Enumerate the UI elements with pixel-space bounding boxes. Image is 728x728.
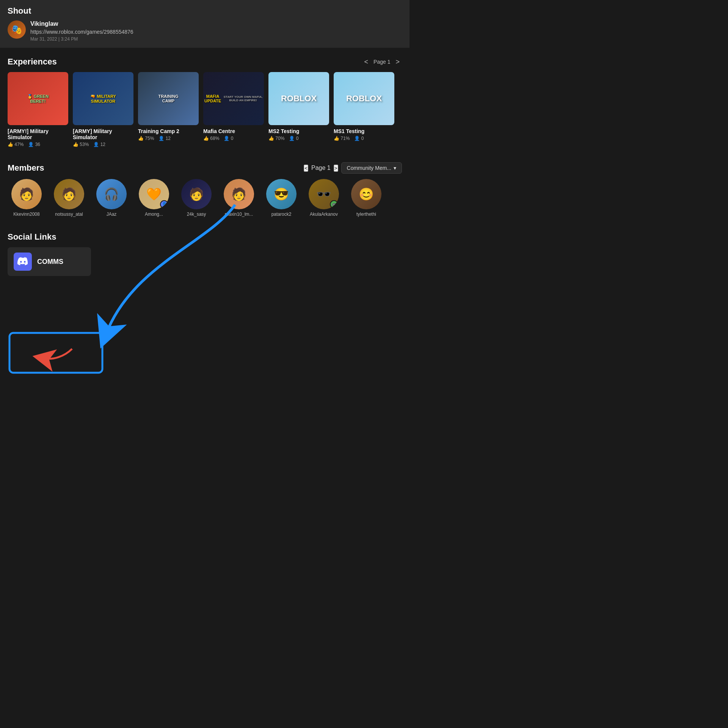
member-avatar-5: 🧑	[224, 179, 254, 209]
dropdown-label: Community Mem...	[347, 165, 391, 171]
game-thumb-img-4: ROBLOX	[268, 72, 329, 125]
games-grid: 🥇 GREENBERET! [ARMY!] Military Simulator…	[8, 72, 402, 147]
experiences-section: Experiences < Page 1 > 🥇 GREENBERET! [AR…	[0, 51, 410, 153]
member-card-3[interactable]: 🧡 👤 Among...	[135, 179, 173, 217]
members-controls: < Page 1 > Community Mem... ▾	[304, 162, 402, 174]
social-links-section: Social Links COMMS	[0, 226, 410, 282]
game-thumb-img-2: TRAININGCAMP	[138, 72, 199, 125]
member-name-2: JAaz	[107, 212, 117, 217]
member-avatar-0: 🧑	[11, 179, 42, 209]
experiences-title: Experiences	[8, 57, 57, 67]
member-card-5[interactable]: 🧑 maxin10_lm...	[220, 179, 258, 217]
shout-link[interactable]: https://www.roblox.com/games/2988554876	[30, 29, 133, 35]
member-avatar-3: 🧡 👤	[139, 179, 169, 209]
shout-text: Vikinglaw https://www.roblox.com/games/2…	[30, 20, 133, 42]
game-name-3: Mafia Centre	[203, 128, 264, 134]
member-avatar-1: 🧑	[54, 179, 84, 209]
member-avatar-2: 🎧	[96, 179, 127, 209]
experiences-next-btn[interactable]: >	[393, 57, 402, 67]
member-card-8[interactable]: 😊 tylerthethi	[347, 179, 385, 217]
experiences-prev-btn[interactable]: <	[362, 57, 371, 67]
members-next-btn[interactable]: >	[334, 165, 338, 172]
game-likes-1: 👍 53%	[73, 142, 89, 147]
member-name-5: maxin10_lm...	[225, 212, 253, 217]
game-players-2: 👤 12	[158, 136, 171, 141]
shout-content: 🎭 Vikinglaw https://www.roblox.com/games…	[8, 20, 402, 42]
game-name-2: Training Camp 2	[138, 128, 199, 134]
experiences-header: Experiences < Page 1 >	[8, 57, 402, 67]
member-badge-7: 🎮	[330, 200, 338, 209]
game-name-4: MS2 Testing	[268, 128, 329, 134]
discord-label: COMMS	[37, 258, 63, 266]
game-card-4[interactable]: ROBLOX MS2 Testing 👍 70% 👤 0	[268, 72, 329, 147]
game-card-1[interactable]: 🔫 MILITARYSIMULATOR [ARMY] Military Simu…	[73, 72, 133, 147]
member-name-1: notsussy_atal	[55, 212, 83, 217]
dropdown-chevron-icon: ▾	[394, 165, 396, 171]
experiences-page-label: Page 1	[373, 59, 390, 65]
members-grid: 🧑 Kkevinn2008 🧑 notsussy_atal 🎧 JAaz 🧡 👤…	[8, 179, 402, 217]
game-likes-4: 👍 70%	[268, 136, 284, 141]
game-name-0: [ARMY!] Military Simulator	[8, 128, 68, 140]
member-card-1[interactable]: 🧑 notsussy_atal	[50, 179, 88, 217]
member-avatar-7: 🕶️ 🎮	[309, 179, 339, 209]
member-name-4: 24k_sasy	[187, 212, 206, 217]
member-name-6: patarock2	[271, 212, 292, 217]
game-name-1: [ARMY] Military Simulator	[73, 128, 133, 140]
game-thumbnail-5: ROBLOX	[334, 72, 394, 125]
shout-title: Shout	[8, 6, 402, 16]
game-card-5[interactable]: ROBLOX MS1 Testing 👍 71% 👤 0	[334, 72, 394, 147]
game-card-3[interactable]: MAFIA UPDATESTART YOUR OWN MAFIA, BUILD …	[203, 72, 264, 147]
members-section: Members < Page 1 > Community Mem... ▾ 🧑 …	[0, 156, 410, 223]
game-card-2[interactable]: TRAININGCAMP Training Camp 2 👍 75% 👤 12	[138, 72, 199, 147]
member-name-7: AkulaArkanov	[310, 212, 338, 217]
game-thumb-img-3: MAFIA UPDATESTART YOUR OWN MAFIA, BUILD …	[203, 72, 264, 125]
red-arrow-path	[44, 349, 72, 359]
shout-date: Mar 31, 2022 | 3:24 PM	[30, 36, 133, 42]
game-thumbnail-2: TRAININGCAMP	[138, 72, 199, 125]
shout-avatar: 🎭	[8, 20, 26, 39]
member-name-8: tylerthethi	[356, 212, 376, 217]
members-prev-btn[interactable]: <	[304, 165, 308, 172]
game-thumbnail-3: MAFIA UPDATESTART YOUR OWN MAFIA, BUILD …	[203, 72, 264, 125]
game-thumbnail-0: 🥇 GREENBERET!	[8, 72, 68, 125]
game-card-0[interactable]: 🥇 GREENBERET! [ARMY!] Military Simulator…	[8, 72, 68, 147]
member-card-6[interactable]: 😎 patarock2	[262, 179, 300, 217]
shout-section: Shout 🎭 Vikinglaw https://www.roblox.com…	[0, 0, 410, 48]
member-avatar-8: 😊	[351, 179, 381, 209]
member-card-0[interactable]: 🧑 Kkevinn2008	[8, 179, 46, 217]
game-players-1: 👤 12	[93, 142, 105, 147]
members-header: Members < Page 1 > Community Mem... ▾	[8, 162, 402, 174]
discord-icon	[14, 253, 32, 271]
game-thumb-img-1: 🔫 MILITARYSIMULATOR	[73, 72, 133, 125]
discord-svg	[17, 257, 28, 266]
game-likes-5: 👍 71%	[334, 136, 350, 141]
member-card-2[interactable]: 🎧 JAaz	[93, 179, 130, 217]
avatar-emoji: 🎭	[11, 24, 22, 35]
game-thumb-img-0: 🥇 GREENBERET!	[8, 72, 68, 125]
member-avatar-6: 😎	[266, 179, 297, 209]
game-players-3: 👤 0	[224, 136, 233, 141]
game-players-0: 👤 36	[28, 142, 40, 147]
member-badge-3: 👤	[160, 200, 168, 209]
game-likes-2: 👍 75%	[138, 136, 154, 141]
game-stats-4: 👍 70% 👤 0	[268, 136, 329, 141]
member-card-7[interactable]: 🕶️ 🎮 AkulaArkanov	[305, 179, 343, 217]
game-players-4: 👤 0	[289, 136, 298, 141]
game-stats-5: 👍 71% 👤 0	[334, 136, 394, 141]
social-links-title: Social Links	[8, 232, 402, 242]
member-name-3: Among...	[145, 212, 163, 217]
member-card-4[interactable]: 🧑 24k_sasy	[177, 179, 215, 217]
blue-highlight-box	[9, 333, 102, 373]
social-link-discord[interactable]: COMMS	[8, 247, 91, 276]
members-page-label: Page 1	[311, 165, 331, 171]
game-players-5: 👤 0	[354, 136, 364, 141]
shout-username[interactable]: Vikinglaw	[30, 20, 133, 27]
member-avatar-4: 🧑	[181, 179, 212, 209]
members-title: Members	[8, 163, 44, 173]
member-name-0: Kkevinn2008	[13, 212, 39, 217]
game-likes-0: 👍 47%	[8, 142, 24, 147]
game-name-5: MS1 Testing	[334, 128, 394, 134]
game-thumbnail-4: ROBLOX	[268, 72, 329, 125]
members-filter-dropdown[interactable]: Community Mem... ▾	[341, 162, 402, 174]
game-thumb-img-5: ROBLOX	[334, 72, 394, 125]
